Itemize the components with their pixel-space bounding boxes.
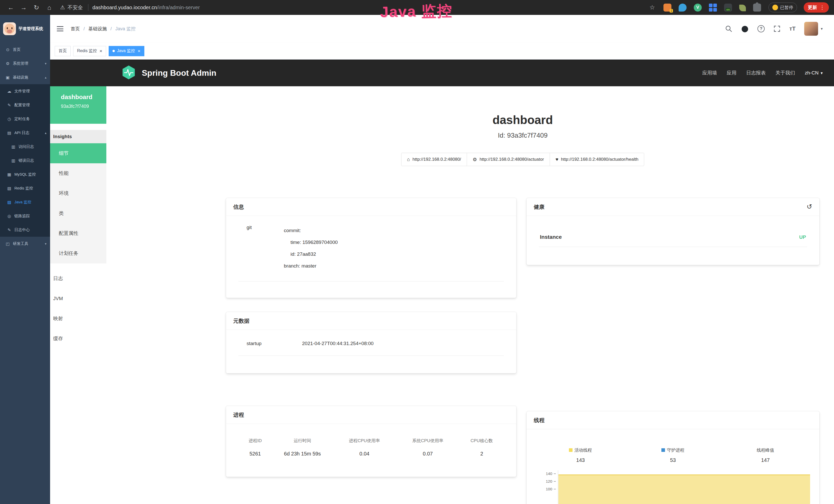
- sba-sidebar: dashboard 93a3fc7f7409 Insights 细节 性能 环境…: [50, 86, 106, 504]
- font-size-icon[interactable]: тT: [789, 25, 795, 32]
- health-instance-row[interactable]: Instance UP: [539, 234, 807, 247]
- sba-item-caches[interactable]: 缓存: [50, 329, 106, 349]
- sidebar-item-label: 访问日志: [19, 144, 34, 149]
- tag-home[interactable]: 首页: [55, 46, 71, 56]
- sidebar-item-mysql-monitor[interactable]: ▦ MySQL 监控: [0, 167, 50, 181]
- sba-item-environment[interactable]: 环境: [50, 183, 106, 203]
- actuator-url-button[interactable]: ⚙ http://192.168.0.2:48080/actuator: [467, 153, 550, 166]
- sidebar-item-label: 基础设施: [13, 75, 28, 80]
- fox-extension-icon[interactable]: 1: [663, 4, 672, 12]
- help-icon[interactable]: ?: [758, 25, 765, 32]
- sidebar-item-dev-tools[interactable]: ◰ 研发工具 ▾: [0, 237, 50, 251]
- navbar-actions: ? тT ▾: [725, 22, 823, 36]
- breadcrumb: 首页 / 基础设施 / Java 监控: [71, 26, 136, 32]
- col-uptime: 运行时间: [274, 438, 331, 444]
- page-title: dashboard: [226, 113, 819, 127]
- sidebar-item-system[interactable]: ⚙ 系统管理 ▾: [0, 56, 50, 70]
- breadcrumb-current: Java 监控: [115, 26, 136, 32]
- close-icon[interactable]: ×: [138, 48, 140, 53]
- sidebar-item-home[interactable]: ⊙ 首页: [0, 43, 50, 56]
- sba-item-jvm[interactable]: JVM: [50, 289, 106, 308]
- sba-item-mappings[interactable]: 映射: [50, 308, 106, 329]
- bookmark-star-icon[interactable]: ☆: [649, 4, 655, 11]
- kebab-menu-icon[interactable]: ⋮: [820, 4, 825, 10]
- sba-nav-about[interactable]: 关于我们: [775, 70, 795, 76]
- screen: ← → ↻ ⌂ ⚠ 不安全 dashboard.yudao.iocoder.cn…: [0, 0, 834, 504]
- health-url-button[interactable]: ♥ http://192.168.0.2:48080/actuator/heal…: [550, 153, 644, 166]
- chrome-update-button[interactable]: 更新 ⋮: [804, 2, 829, 13]
- cloud-icon: ☁: [7, 89, 12, 94]
- git-time-line: time: 1596289704000: [284, 236, 338, 248]
- git-branch-line: branch: master: [284, 260, 338, 272]
- breadcrumb-home[interactable]: 首页: [71, 26, 80, 32]
- vue-devtools-icon[interactable]: V: [694, 4, 702, 12]
- instance-header[interactable]: dashboard 93a3fc7f7409: [50, 86, 106, 124]
- sba-item-config-props[interactable]: 配置属性: [50, 223, 106, 244]
- live-threads-value: 143: [534, 457, 627, 463]
- sidebar-item-redis-monitor[interactable]: ▧ Redis 监控: [0, 181, 50, 195]
- tag-java-monitor[interactable]: Java 监控 ×: [109, 46, 144, 56]
- sidebar-item-scheduled-job[interactable]: ◷ 定时任务: [0, 112, 50, 126]
- sba-item-logs[interactable]: 日志: [50, 269, 106, 289]
- switch-extension-icon[interactable]: on: [724, 4, 732, 12]
- metadata-card-title: 元数据: [226, 312, 516, 330]
- top-navbar: 首页 / 基础设施 / Java 监控 ?: [50, 15, 834, 43]
- sba-item-performance[interactable]: 性能: [50, 163, 106, 183]
- pid-value: 5261: [236, 451, 274, 457]
- sidebar-item-api-log[interactable]: ▤ API 日志 ▴: [0, 126, 50, 140]
- sidebar-item-label: 文件管理: [14, 89, 30, 94]
- redis-db-icon: ▧: [7, 186, 12, 191]
- sba-nav-wallboard[interactable]: 应用墙: [702, 70, 717, 76]
- sidebar-item-config-manage[interactable]: ✎ 配置管理: [0, 98, 50, 112]
- user-menu[interactable]: ▾: [804, 22, 823, 36]
- url-path: /infra/admin-server: [157, 5, 200, 10]
- sba-nav-journal[interactable]: 日志报表: [746, 70, 766, 76]
- warning-icon: ⚠: [60, 4, 65, 10]
- back-icon[interactable]: ←: [5, 4, 17, 11]
- chevron-down-icon: ▾: [821, 71, 823, 75]
- sidebar-item-error-log[interactable]: ▥ 错误日志: [0, 154, 50, 167]
- browser-home-icon[interactable]: ⌂: [44, 4, 55, 11]
- browser-toolbar: ← → ↻ ⌂ ⚠ 不安全 dashboard.yudao.iocoder.cn…: [0, 0, 834, 15]
- site-security-chip[interactable]: ⚠ 不安全: [60, 4, 91, 11]
- document-icon: ▤: [7, 131, 12, 135]
- sidebar-item-access-log[interactable]: ▥ 访问日志: [0, 140, 50, 154]
- profile-paused-capsule[interactable]: 已暂停: [768, 3, 797, 12]
- sidebar-item-label: 配置管理: [14, 103, 30, 108]
- sba-nav-applications[interactable]: 应用: [727, 70, 737, 76]
- sidebar-item-file-manage[interactable]: ☁ 文件管理: [0, 84, 50, 98]
- fullscreen-icon[interactable]: [773, 25, 781, 32]
- breadcrumb-infra[interactable]: 基础设施: [88, 26, 107, 32]
- sidebar-item-log-center[interactable]: ✎ 日志中心: [0, 223, 50, 237]
- app-logo[interactable]: 芋道管理系统: [0, 15, 50, 43]
- forward-icon[interactable]: →: [18, 4, 29, 11]
- grid-extension-icon[interactable]: [709, 4, 717, 12]
- github-icon[interactable]: [741, 25, 749, 32]
- reload-icon[interactable]: ↻: [31, 4, 42, 11]
- droplet-extension-icon[interactable]: [679, 4, 686, 12]
- sidebar-item-trace[interactable]: ◎ 链路追踪: [0, 209, 50, 223]
- avatar: [804, 22, 818, 36]
- extensions-puzzle-icon[interactable]: [753, 4, 761, 12]
- y-tick: 120: [546, 479, 556, 483]
- history-icon[interactable]: ↺: [807, 203, 812, 211]
- sba-item-classes[interactable]: 类: [50, 203, 106, 223]
- pencil-icon: ✎: [7, 103, 12, 108]
- col-system-cpu: 系统CPU使用率: [398, 438, 458, 444]
- heart-icon: ♥: [555, 157, 558, 162]
- search-icon[interactable]: [725, 25, 732, 32]
- uptime-value: 6d 23h 15m 59s: [274, 451, 331, 457]
- sba-item-scheduled-tasks[interactable]: 计划任务: [50, 244, 106, 264]
- instance-links: ⌂ http://192.168.0.2:48080/ ⚙ http://192…: [226, 153, 819, 166]
- sidebar-item-infra[interactable]: ▣ 基础设施 ▴: [0, 70, 50, 84]
- service-url-button[interactable]: ⌂ http://192.168.0.2:48080/: [401, 153, 467, 166]
- sidebar-item-label: 定时任务: [14, 117, 30, 121]
- sba-language-select[interactable]: zh-CN ▾: [805, 70, 823, 76]
- address-bar[interactable]: dashboard.yudao.iocoder.cn/infra/admin-s…: [92, 5, 200, 10]
- sba-item-details[interactable]: 细节: [50, 143, 106, 163]
- close-icon[interactable]: ×: [100, 48, 102, 53]
- tag-redis-monitor[interactable]: Redis 监控 ×: [73, 46, 106, 56]
- leaf-extension-icon[interactable]: [739, 5, 746, 11]
- sidebar-item-java-monitor[interactable]: ▨ Java 监控: [0, 195, 50, 209]
- hamburger-icon[interactable]: [57, 26, 63, 31]
